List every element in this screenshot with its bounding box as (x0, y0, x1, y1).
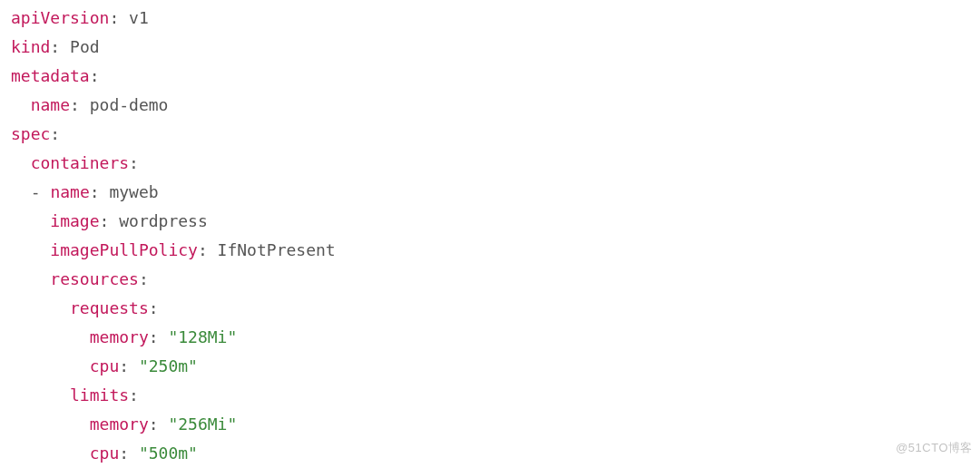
yaml-key: kind (11, 37, 50, 56)
yaml-colon: : (119, 444, 139, 463)
yaml-key: requests (70, 298, 149, 317)
yaml-colon: : (149, 414, 169, 434)
yaml-key: cpu (90, 356, 120, 375)
yaml-colon: : (90, 66, 100, 85)
yaml-line: resources: (11, 269, 149, 288)
yaml-colon: : (129, 385, 139, 405)
yaml-key: name (50, 182, 89, 201)
yaml-line: imagePullPolicy: IfNotPresent (11, 240, 336, 259)
yaml-val: IfNotPresent (218, 240, 336, 259)
yaml-line: containers: (11, 153, 139, 172)
yaml-line: apiVersion: v1 (11, 8, 149, 27)
yaml-code-block: apiVersion: v1 kind: Pod metadata: name:… (0, 0, 980, 468)
yaml-key: imagePullPolicy (50, 240, 198, 259)
yaml-val: myweb (109, 182, 158, 201)
yaml-key: cpu (90, 444, 120, 463)
yaml-val: Pod (70, 37, 100, 56)
yaml-key: name (31, 95, 70, 114)
yaml-colon: : (70, 95, 90, 114)
yaml-line: kind: Pod (11, 37, 100, 56)
yaml-line: spec: (11, 124, 60, 143)
yaml-colon: : (50, 124, 60, 143)
yaml-key: image (50, 211, 99, 230)
yaml-line: memory: "256Mi" (11, 414, 237, 434)
yaml-line: image: wordpress (11, 211, 208, 230)
yaml-val: v1 (129, 8, 149, 27)
yaml-val: "256Mi" (168, 414, 237, 434)
yaml-val: wordpress (119, 211, 208, 230)
yaml-val: "128Mi" (168, 327, 237, 346)
yaml-colon: : (50, 37, 70, 56)
watermark-text: @51CTO博客 (896, 434, 973, 463)
yaml-line: memory: "128Mi" (11, 327, 237, 346)
yaml-colon: : (90, 182, 110, 201)
yaml-line: - name: myweb (11, 182, 159, 201)
yaml-key: metadata (11, 66, 90, 85)
yaml-colon: : (100, 211, 120, 230)
yaml-line: name: pod-demo (11, 95, 168, 114)
yaml-key: memory (90, 414, 149, 434)
yaml-line: requests: (11, 298, 159, 317)
yaml-key: spec (11, 124, 50, 143)
yaml-colon: : (129, 153, 139, 172)
yaml-line: cpu: "500m" (11, 444, 198, 463)
yaml-colon: : (149, 327, 169, 346)
yaml-colon: : (139, 269, 149, 288)
yaml-val: "250m" (139, 356, 198, 375)
yaml-val: pod-demo (90, 95, 169, 114)
yaml-line: metadata: (11, 66, 100, 85)
yaml-colon: : (109, 8, 129, 27)
yaml-colon: : (149, 298, 159, 317)
yaml-dash: - (31, 182, 51, 201)
yaml-key: resources (50, 269, 139, 288)
yaml-key: memory (90, 327, 149, 346)
yaml-key: limits (70, 385, 129, 405)
yaml-colon: : (119, 356, 139, 375)
yaml-key: apiVersion (11, 8, 109, 27)
yaml-line: cpu: "250m" (11, 356, 198, 375)
yaml-line: limits: (11, 385, 139, 405)
yaml-colon: : (198, 240, 218, 259)
yaml-val: "500m" (139, 444, 198, 463)
yaml-key: containers (31, 153, 129, 172)
